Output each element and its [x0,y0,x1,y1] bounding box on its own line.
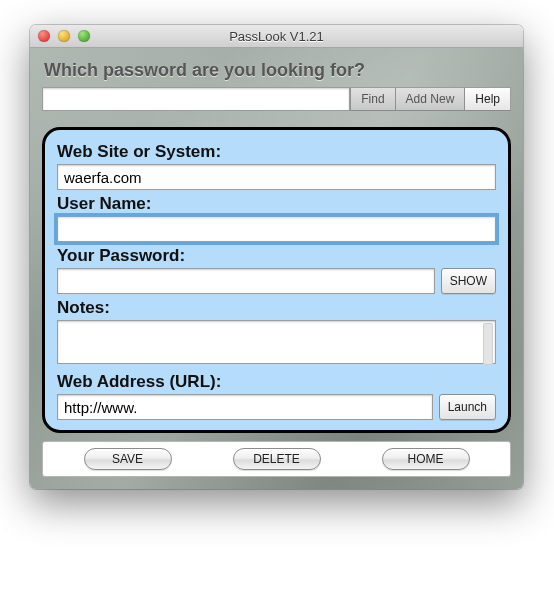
titlebar: PassLook V1.21 [30,25,523,48]
entry-card: Web Site or System: User Name: Your Pass… [42,127,511,433]
zoom-icon[interactable] [78,30,90,42]
launch-button[interactable]: Launch [439,394,496,420]
password-field[interactable] [57,268,435,294]
website-field[interactable] [57,164,496,190]
password-label: Your Password: [57,246,496,266]
delete-button[interactable]: DELETE [233,448,321,470]
save-button[interactable]: SAVE [84,448,172,470]
add-new-button[interactable]: Add New [395,87,465,111]
notes-label: Notes: [57,298,496,318]
close-icon[interactable] [38,30,50,42]
website-label: Web Site or System: [57,142,496,162]
notes-field[interactable] [57,320,496,364]
app-window: PassLook V1.21 Which password are you lo… [30,25,523,489]
url-label: Web Address (URL): [57,372,496,392]
search-heading: Which password are you looking for? [44,60,511,81]
window-body: Which password are you looking for? Find… [30,48,523,489]
search-input[interactable] [42,87,350,111]
help-button[interactable]: Help [464,87,511,111]
url-field[interactable] [57,394,433,420]
desktop-area: PassLook V1.21 Which password are you lo… [0,0,554,549]
minimize-icon[interactable] [58,30,70,42]
username-label: User Name: [57,194,496,214]
username-field[interactable] [57,216,496,242]
find-button[interactable]: Find [350,87,394,111]
search-row: Find Add New Help [42,87,511,111]
action-bar: SAVE DELETE HOME [42,441,511,477]
notes-wrapper [57,320,496,368]
window-title: PassLook V1.21 [30,29,523,44]
home-button[interactable]: HOME [382,448,470,470]
show-password-button[interactable]: SHOW [441,268,496,294]
window-controls [38,30,90,42]
